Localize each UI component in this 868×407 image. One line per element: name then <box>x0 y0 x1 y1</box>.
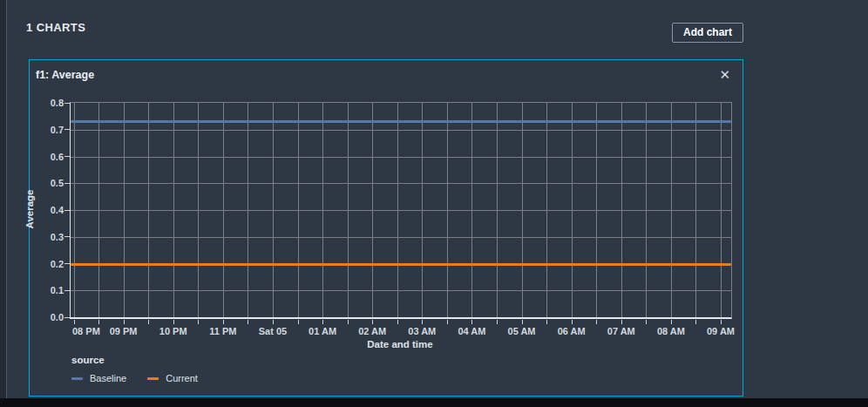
x-tick-label: 04 AM <box>458 326 485 336</box>
x-tick <box>124 320 125 324</box>
x-tick-label: 01 AM <box>309 326 336 336</box>
x-grid-line-minor <box>298 103 299 317</box>
x-tick <box>74 320 75 324</box>
x-grid-line-minor <box>546 103 547 317</box>
x-tick-minor <box>298 320 299 324</box>
close-icon[interactable]: ✕ <box>717 66 732 83</box>
x-tick-label: 05 AM <box>508 326 536 336</box>
x-grid-line-minor <box>348 103 349 317</box>
x-grid-line <box>671 103 672 317</box>
x-tick <box>721 320 722 324</box>
x-tick-label: 09 PM <box>110 326 138 336</box>
legend: source BaselineCurrent <box>71 355 198 383</box>
legend-title: source <box>71 355 198 365</box>
x-grid-line <box>74 103 75 317</box>
x-grid-line <box>522 103 523 317</box>
y-tick <box>64 156 70 157</box>
x-tick-label: 02 AM <box>358 326 386 336</box>
x-grid-line <box>223 103 224 317</box>
x-tick <box>572 320 573 324</box>
y-tick-label: 0.2 <box>32 259 64 269</box>
y-grid-line <box>71 130 731 131</box>
y-tick <box>64 183 70 184</box>
y-tick-label: 0.0 <box>32 312 64 322</box>
plot-area[interactable]: 0.00.10.20.30.40.50.60.70.808 PM09 PM10 … <box>70 102 732 319</box>
x-grid-line <box>372 103 373 317</box>
chart-panel: f1: Average ✕ 0.00.10.20.30.40.50.60.70.… <box>29 59 743 397</box>
y-grid-line <box>71 237 731 238</box>
y-tick-label: 0.3 <box>32 232 64 242</box>
x-grid-line <box>572 103 573 317</box>
legend-swatch-baseline <box>71 377 83 380</box>
y-grid-line <box>71 290 731 291</box>
legend-item-baseline[interactable]: Baseline <box>71 373 126 383</box>
x-tick-label: Sat 05 <box>259 326 287 336</box>
x-grid-line <box>721 103 722 317</box>
charts-count-heading: 1 CHARTS <box>26 21 85 34</box>
x-grid-line <box>322 103 323 317</box>
x-grid-line <box>471 103 472 317</box>
y-tick <box>64 290 70 291</box>
x-tick-minor <box>596 320 597 324</box>
x-grid-line-minor <box>695 103 696 317</box>
x-tick-minor <box>348 320 349 324</box>
x-grid-line-minor <box>397 103 398 317</box>
x-tick <box>223 320 224 324</box>
x-grid-line-minor <box>447 103 448 317</box>
x-grid-line-minor <box>198 103 199 317</box>
legend-item-current[interactable]: Current <box>147 373 198 383</box>
y-axis-title: Average <box>24 190 35 229</box>
x-tick-label: 10 PM <box>159 326 187 336</box>
y-grid-line <box>71 157 731 158</box>
x-grid-line-minor <box>497 103 498 317</box>
x-tick <box>422 320 423 324</box>
x-tick-label: 07 AM <box>607 326 635 336</box>
legend-label-current: Current <box>166 373 198 383</box>
x-grid-line <box>124 103 125 317</box>
y-tick <box>64 129 70 130</box>
chart-title: f1: Average <box>36 69 94 81</box>
legend-items: BaselineCurrent <box>71 373 198 383</box>
x-grid-line-minor <box>98 103 99 317</box>
x-tick-minor <box>497 320 498 324</box>
x-tick-minor <box>695 320 696 324</box>
x-grid-line-minor <box>596 103 597 317</box>
series-line-current <box>71 263 731 266</box>
x-tick-minor <box>248 320 248 324</box>
x-grid-line <box>173 103 174 317</box>
x-grid-line <box>422 103 423 317</box>
x-tick <box>471 320 472 324</box>
x-tick-label: 11 PM <box>209 326 236 336</box>
x-tick-minor <box>198 320 199 324</box>
x-tick-minor <box>546 320 547 324</box>
y-tick <box>64 263 70 264</box>
x-tick <box>671 320 672 324</box>
x-tick-minor <box>447 320 448 324</box>
y-tick-label: 0.6 <box>32 152 64 162</box>
x-grid-line <box>621 103 622 317</box>
x-tick <box>522 320 523 324</box>
x-tick-label: 08 AM <box>657 326 685 336</box>
left-rail <box>0 0 7 407</box>
x-tick-label: 08 PM <box>72 326 100 336</box>
y-grid-line <box>71 183 731 184</box>
y-tick-label: 0.7 <box>32 125 64 135</box>
x-tick-minor <box>98 320 99 324</box>
x-tick-label: 03 AM <box>408 326 436 336</box>
bottom-bar <box>0 398 868 407</box>
plot-wrap: 0.00.10.20.30.40.50.60.70.808 PM09 PM10 … <box>70 102 730 316</box>
y-tick <box>64 103 70 104</box>
x-tick-label: 06 AM <box>558 326 586 336</box>
x-tick <box>273 320 274 324</box>
x-tick <box>173 320 174 324</box>
x-axis-title: Date and time <box>70 339 730 349</box>
y-tick-label: 0.8 <box>32 98 64 108</box>
x-tick <box>621 320 622 324</box>
x-tick-minor <box>397 320 398 324</box>
x-grid-line-minor <box>248 103 248 317</box>
x-tick <box>322 320 323 324</box>
x-tick-minor <box>148 320 149 324</box>
add-chart-button[interactable]: Add chart <box>672 23 743 43</box>
legend-swatch-current <box>147 377 159 380</box>
x-grid-line <box>273 103 274 317</box>
